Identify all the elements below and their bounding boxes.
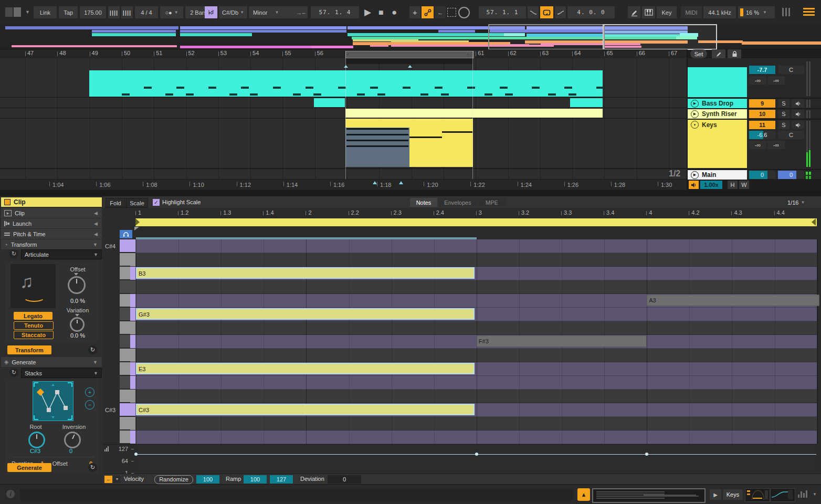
arrangement-position-field[interactable]: 57. 1. 4 xyxy=(311,6,359,18)
randomize-value-field[interactable]: 100 xyxy=(196,475,219,484)
follow-button[interactable]: →‒ xyxy=(294,6,308,18)
top-track-volume[interactable]: -7.7 xyxy=(749,66,775,74)
track-lane[interactable] xyxy=(0,58,687,71)
device-thumbnail[interactable] xyxy=(770,488,795,502)
metronome-pattern-icon[interactable]: |||| xyxy=(108,6,120,18)
piano-key[interactable] xyxy=(120,376,130,389)
locator-pencil-button[interactable] xyxy=(712,49,725,58)
collapse-left-icon[interactable]: ◀ xyxy=(94,221,98,226)
info-icon[interactable]: i xyxy=(6,490,15,498)
velocity-lane[interactable] xyxy=(135,444,817,474)
scale-fold-button[interactable]: Scale xyxy=(126,198,148,208)
track-header-main[interactable]: ▶ Main 0 0 xyxy=(688,169,821,180)
clip-bass-drop[interactable] xyxy=(570,98,603,107)
root-knob[interactable] xyxy=(28,432,45,448)
piano-key[interactable] xyxy=(120,267,130,280)
midi-note[interactable]: E3 xyxy=(136,363,475,374)
ramp-from-field[interactable]: 100 xyxy=(244,475,267,484)
piano-key[interactable] xyxy=(120,349,130,362)
velocity-marker[interactable] xyxy=(475,453,478,456)
piano-key[interactable] xyxy=(120,390,130,403)
overview-viewport[interactable] xyxy=(603,24,717,50)
piano-key[interactable] xyxy=(120,321,130,334)
computer-midi-keyboard-button[interactable] xyxy=(642,6,655,18)
cpu-meter[interactable]: 16 % ▼ xyxy=(738,6,775,18)
link-button[interactable]: Link xyxy=(34,6,57,18)
stacks-add-button[interactable]: + xyxy=(85,387,94,397)
tab-envelopes[interactable]: Envelopes xyxy=(439,198,477,207)
loop-button[interactable] xyxy=(540,6,553,18)
inversion-value[interactable]: 0 xyxy=(60,447,82,454)
keys-pan-dial[interactable]: C xyxy=(778,131,804,139)
scale-mode-toggle[interactable]: ♭♯ xyxy=(205,6,217,18)
highlight-scale-checkbox[interactable]: ✓ xyxy=(153,199,160,206)
stacks-pattern-pad[interactable] xyxy=(33,381,73,421)
staccato-button[interactable]: Staccato xyxy=(14,331,54,339)
grid-value-menu[interactable]: 1/16▼ xyxy=(787,198,805,207)
track-unfold-icon[interactable]: ▼ xyxy=(691,121,699,129)
midi-note[interactable]: A3 xyxy=(647,295,819,306)
record-button[interactable]: ● xyxy=(392,7,403,18)
track-header-bass-drop[interactable]: ▶ Bass Drop 9 S xyxy=(688,98,821,109)
section-pitch-time[interactable]: Pitch & Time ◀ xyxy=(1,229,102,239)
window-grid-icon[interactable] xyxy=(5,7,13,17)
tab-mpe[interactable]: MPE xyxy=(478,198,506,207)
clip-tab-header[interactable]: Clip xyxy=(1,197,102,207)
piano-key[interactable] xyxy=(120,430,130,444)
variation-value[interactable]: 0.0 % xyxy=(60,332,96,339)
track-play-icon[interactable]: ▶ xyxy=(691,100,699,108)
loop-start-marker[interactable] xyxy=(135,218,140,226)
track-header-keys[interactable]: ▼ Keys 11 S -6.6 C -∞ -∞ xyxy=(688,119,821,169)
generate-reroll-button[interactable]: ↻ xyxy=(88,463,97,472)
track-arm-synth-riser[interactable]: 10 xyxy=(749,110,775,118)
section-generate[interactable]: ◈ Generate ▼ xyxy=(1,357,102,368)
transform-apply-button[interactable]: Transform xyxy=(7,345,51,354)
clip-loop-bar[interactable] xyxy=(135,218,817,226)
transform-device-menu[interactable]: Articulate ▼ xyxy=(21,249,102,259)
overview-viewport[interactable] xyxy=(488,24,605,50)
generate-refresh-icon[interactable]: ↻ xyxy=(9,368,18,377)
track-speaker-keys[interactable] xyxy=(792,121,804,129)
inversion-knob[interactable] xyxy=(64,432,81,448)
scale-name-menu[interactable]: Minor ▼ xyxy=(249,6,294,18)
lane-collapse-button[interactable]: ← xyxy=(104,476,112,483)
collapse-left-icon[interactable]: ◀ xyxy=(94,232,98,237)
piano-key[interactable] xyxy=(120,253,130,266)
session-record-button[interactable] xyxy=(458,7,470,18)
set-locator-button[interactable]: Set xyxy=(690,49,707,58)
section-clip[interactable]: ▶ Clip ◀ xyxy=(1,208,102,218)
clip-bass-top[interactable] xyxy=(89,70,603,97)
track-arm-keys[interactable]: 11 xyxy=(749,121,775,129)
midi-note[interactable]: G#3 xyxy=(136,308,475,320)
piano-roll[interactable]: 11.21.31.422.22.32.433.23.33.444.24.34.4… xyxy=(103,208,821,484)
new-button[interactable]: + xyxy=(409,6,420,18)
io-activity-icon[interactable] xyxy=(798,490,807,498)
transform-refresh-icon[interactable]: ↻ xyxy=(9,249,18,258)
tenuto-button[interactable]: Tenuto xyxy=(14,321,54,330)
top-track-send-a[interactable]: -∞ xyxy=(749,76,766,85)
loop-start-field[interactable]: 57. 1. 1 xyxy=(479,6,526,18)
velocity-marker[interactable] xyxy=(134,453,138,456)
preview-play-button[interactable]: ▶ xyxy=(710,489,721,500)
loop-brace[interactable]: ›‹ xyxy=(345,51,474,58)
tempo-field[interactable]: 175.00 xyxy=(80,6,106,18)
variation-knob[interactable] xyxy=(70,317,85,332)
track-speaker-bass-drop[interactable] xyxy=(792,99,804,108)
device-thumbnail[interactable] xyxy=(745,488,770,502)
window-grid-icon-2[interactable] xyxy=(14,7,21,17)
track-play-icon[interactable]: ▶ xyxy=(691,171,699,179)
loop-end-marker[interactable] xyxy=(812,218,816,226)
main-volume-slider[interactable]: 0 xyxy=(749,171,775,179)
section-transform[interactable]: ◔ Transform ▼ xyxy=(1,239,102,250)
scale-root-menu[interactable]: C#/Db ▼ xyxy=(219,6,247,18)
automation-arm-button[interactable] xyxy=(422,6,434,18)
arrangement-time-ruler[interactable]: 1:041:061:081:101:121:141:161:181:201:22… xyxy=(0,179,687,191)
stacks-remove-button[interactable]: − xyxy=(85,400,94,410)
offset-knob[interactable] xyxy=(68,276,86,294)
piano-key[interactable] xyxy=(120,417,130,430)
arrangement-beat-ruler[interactable]: 4748495051525354555657585960616263646566… xyxy=(0,49,687,58)
keys-send-b[interactable]: -∞ xyxy=(767,141,785,149)
midi-indicator[interactable]: MIDI xyxy=(681,6,702,18)
lane-menu-button[interactable]: ▼ xyxy=(113,476,121,483)
track-speaker-synth-riser[interactable] xyxy=(792,110,804,118)
